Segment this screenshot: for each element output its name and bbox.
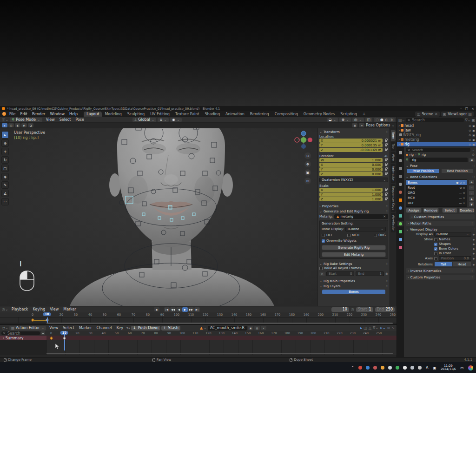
outliner-item-jaw[interactable]: ›jaw⊙▣ [397,128,476,132]
solo-star-icon[interactable]: ☆ [463,196,465,199]
bone-collection-org[interactable]: ORG—☆ [406,190,467,195]
shading-mode-2[interactable]: ◐ [385,118,388,122]
color-wheel-app-icon[interactable] [468,365,473,370]
location-y-field[interactable]: Y0.000135 m [319,143,383,147]
transform-panel-header[interactable]: ⌄Transform∷ [319,129,388,134]
dope-scrollbar[interactable] [46,353,393,354]
filter-funnel-icon[interactable]: ∇⌄ [373,326,378,330]
rotation-y-field[interactable]: Y0.000 [319,167,383,172]
only-selected-icon[interactable]: ▸ [360,326,362,330]
bake-clock-icon[interactable]: ◷ [319,272,325,276]
shading-mode-3[interactable]: ◑ [390,118,393,122]
workspace-tab-shading[interactable]: Shading [202,112,223,117]
lock-icon[interactable] [385,164,387,166]
display-as-dropdown[interactable]: B-Bone⌄ [434,232,471,237]
menu-render[interactable]: Render [30,112,47,117]
rig-layer-bones-button[interactable]: Bones [322,290,385,294]
lock-icon[interactable] [385,159,387,161]
outliner-display-mode-icon[interactable]: ▤⌄ [398,118,405,122]
outliner-item-rig[interactable]: ›rig⊙▣ [397,142,476,146]
solo-star-icon[interactable]: ☆ [463,181,465,184]
disable-in-renders-icon[interactable]: ▣ [472,143,475,146]
shapes-checkbox[interactable]: ✓ [434,243,437,246]
lock-icon[interactable] [385,198,387,200]
blender-app-icon[interactable] [2,112,6,116]
ime-a-tray-icon[interactable]: A [424,364,430,371]
timeline-ruler[interactable]: 0102030405060708090100110120130140150160… [0,312,397,317]
editor-type-icon[interactable]: ◫⌄ [2,118,8,122]
rig-bake-panel-header[interactable]: ⌄Rig Bake Settings∷ [319,261,388,266]
lock-icon[interactable] [385,149,387,151]
bone-colors-checkbox[interactable]: ✓ [434,247,437,251]
sidebar-tab-sequencer-keys[interactable]: Sequencer Keys [391,184,396,212]
remove-button[interactable]: Remove [423,208,439,213]
world-properties-tab[interactable] [397,189,403,195]
pose-position-button[interactable]: Pose Position [407,168,440,173]
axes-checkbox[interactable] [434,257,437,260]
workspace-tab-geometry-nodes[interactable]: Geometry Nodes [301,112,337,117]
hide-in-viewport-icon[interactable]: ⊙ [469,133,471,137]
bone-collection-bones[interactable]: Bones●⊙☆ [406,180,467,185]
breadcrumb-object[interactable]: rig [410,153,414,157]
filter-icons[interactable]: ▾▴ [126,326,130,330]
viewport-menu-select[interactable]: Select [57,117,73,122]
hidden-icons-chevron[interactable]: ^ [350,364,356,371]
bake-end-field[interactable]: End1 [356,271,383,276]
scale-x-field[interactable]: X1.000 [319,188,383,192]
dope-menu-view[interactable]: View [47,325,60,331]
motion-paths-header[interactable]: ›Motion Paths∷ [406,221,475,226]
shading-mode-0[interactable]: ○ [376,118,379,122]
channel-filter-toggle[interactable]: ↔ [41,331,45,335]
edit-metarig-button[interactable]: Edit Metarig [322,252,386,257]
sidebar-tab-tool[interactable]: Tool [391,142,396,152]
axes-position-slider[interactable]: Position0.0 [439,256,471,261]
unlink-scene-icon[interactable]: ✕ [435,112,438,116]
lock-icon[interactable] [385,173,387,175]
metarig-field[interactable]: ▲ metarig ✕ [334,214,388,219]
options-icon-b[interactable]: ≡ [359,123,364,127]
menu-file[interactable]: File [7,112,18,117]
rig-layers-header[interactable]: ⌄Rig Layers∷ [319,284,388,289]
perspective-toggle-icon[interactable]: ⊞ [304,178,311,184]
rigify-toggle-org[interactable]: ORG [374,233,386,237]
camera-view-icon[interactable]: ▣ [304,169,311,176]
breadcrumb-data[interactable]: rig [422,153,426,157]
rotation-x-field[interactable]: X0.000 [319,163,383,167]
solo-star-icon[interactable]: ☆ [463,191,465,194]
constraints-properties-tab[interactable] [397,213,403,218]
workspace-tab-rendering[interactable]: Rendering [247,112,272,117]
select-mode-extend-icon[interactable]: ◫ [8,123,14,127]
display-tray-icon[interactable] [409,364,416,371]
bone-collections-header[interactable]: ⌄Bone Collections∷ [406,174,475,179]
names-checkbox[interactable] [434,238,437,241]
overwrite-widgets-checkbox[interactable]: ✓Overwrite Widgets [322,239,386,243]
outliner-filter-icon[interactable]: ∇⌄ [465,118,470,122]
fake-user-icon[interactable]: ▣ [248,326,253,330]
ghost-icon[interactable]: ◫ [364,326,367,330]
lock-icon[interactable] [385,169,387,171]
outliner-search[interactable]: Search [406,118,464,122]
visibility-eye-icon[interactable]: ⊙ [460,186,462,189]
workspace-tab-scripting[interactable]: Scripting [337,112,360,117]
tweak-select-tool[interactable]: ▸ [1,131,9,139]
relations-head-button[interactable]: Head [453,262,471,267]
disable-in-renders-icon[interactable]: ▣ [472,138,475,141]
minimize-button[interactable]: – [460,107,462,111]
cursor-tool[interactable]: ⊕ [1,139,9,147]
hide-in-viewport-icon[interactable]: ⊙ [469,138,471,141]
hide-in-viewport-icon[interactable]: ⊙ [469,129,471,132]
move-tool[interactable]: + [1,148,9,155]
outliner-new-collection-icon[interactable]: ▣ [471,118,475,122]
select-mode-subtract-icon[interactable]: ◧ [15,123,20,127]
close-button[interactable]: × [471,107,474,111]
timeline-menu-view[interactable]: View [47,307,61,312]
lock-icon[interactable] [385,189,387,191]
menu-help[interactable]: Help [67,112,80,117]
gizmos-toggle[interactable]: ⊕⌄ [339,118,350,122]
bake-refresh-icon[interactable]: ◉ [385,272,388,276]
scale-y-field[interactable]: Y1.000 [319,192,383,197]
timeline-keyframe-strip[interactable] [0,317,397,323]
playhead[interactable] [64,331,65,350]
sidebar-tab-viewfinder[interactable]: Viewfinder [391,213,396,232]
outliner-item-metarig[interactable]: ›metarig⊙▣ [397,137,476,142]
